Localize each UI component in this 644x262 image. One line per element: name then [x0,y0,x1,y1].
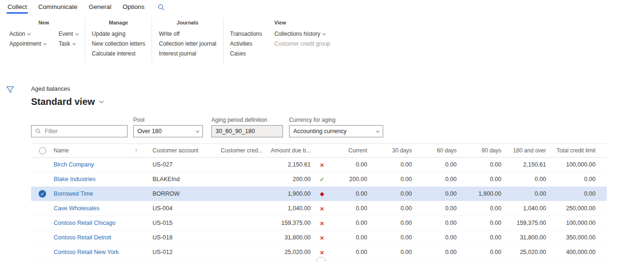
column-header-current[interactable]: Current [331,147,369,154]
cell-customer-account: US-012 [153,249,221,255]
filter-funnel-icon[interactable] [6,86,14,94]
action-pane: New Action Appointment Event Task [0,14,644,63]
customer-name-link[interactable]: Birch Company [54,161,94,168]
event-dropdown-button[interactable]: Event [58,31,78,37]
cell-180-and-over: 2,150.61 [503,161,548,168]
group-title-new: New [9,20,78,25]
cell-amount-due: 2,150.61 [266,161,313,168]
customer-name-link[interactable]: Cave Wholesales [54,205,99,212]
customer-name-link[interactable]: Contoso Retail New York [54,249,119,255]
cell-total-credit-limit: 0.00 [548,191,597,197]
table-row[interactable]: Blake Industries BLAKEInd 200.00 ✓ 200.0… [31,172,607,187]
chevron-down-icon [27,32,31,35]
cell-amount-due: 200.00 [266,176,313,183]
column-header-30-days[interactable]: 30 days [369,147,414,154]
cell-amount-due: 31,800.00 [266,234,313,241]
cases-button[interactable]: Cases [230,51,262,57]
aging-period-input[interactable]: 30_60_90_180 [211,125,283,137]
column-header-name[interactable]: Name ↑ [54,147,153,154]
action-pane-tabs: Collect Communicate General Options [0,0,644,14]
pool-combobox[interactable]: Over 180 [133,125,203,137]
cell-total-credit-limit: 350,000.00 [548,234,597,241]
cell-customer-account: US-027 [153,161,221,168]
pool-value: Over 180 [137,128,161,135]
tab-collect[interactable]: Collect [2,0,32,14]
task-dropdown-button[interactable]: Task [58,41,78,47]
grid-header: Name ↑ Customer account Customer cred...… [31,143,607,158]
action-dropdown-button[interactable]: Action [9,31,46,37]
interest-journal-button[interactable]: Interest journal [159,51,216,57]
cell-amount-due: 1,900.00 [266,191,313,197]
select-all-checkbox[interactable] [39,147,46,154]
cell-60-days: 0.00 [414,234,459,241]
view-title-label: Standard view [31,96,95,107]
cell-current: 200.00 [331,176,369,183]
column-header-60-days[interactable]: 60 days [414,147,459,154]
cell-90-days: 0.00 [459,161,503,168]
tab-options[interactable]: Options [117,0,151,14]
cell-current: 0.00 [331,234,369,241]
cell-90-days: 0.00 [459,234,503,241]
column-header-90-days[interactable]: 90 days [459,147,503,154]
cell-60-days: 0.00 [414,220,459,226]
customer-name-link[interactable]: Contoso Retail Detroit [54,234,111,241]
chevron-down-icon [322,32,326,35]
row-selected-checkbox[interactable] [39,190,46,198]
column-header-customer-credit[interactable]: Customer cred... [221,147,266,154]
status-x-icon: × [320,234,324,241]
currency-value: Accounting currency [293,128,346,135]
customer-name-link[interactable]: Borrowed Time [54,191,93,197]
table-row[interactable]: Borrowed Time BORROW 1,900.00 ◆ 0.00 0.0… [31,187,607,201]
filter-input[interactable] [44,127,123,135]
cell-total-credit-limit: 100,000.00 [548,220,597,226]
page-body: Aged balances Standard view Pool Over 18… [0,80,644,260]
write-off-button[interactable]: Write off [159,31,216,37]
ribbon-group-journals: Journals Write off Collection letter jou… [152,18,223,63]
cell-90-days: 0.00 [459,205,503,212]
table-row[interactable]: Birch Company US-027 2,150.61 × 0.00 0.0… [31,158,607,172]
cell-total-credit-limit: 250,000.00 [548,205,597,212]
cell-current: 0.00 [331,191,369,197]
update-aging-button[interactable]: Update aging [92,31,145,37]
column-header-total-credit-limit[interactable]: Total credit limit [548,147,597,154]
calculate-interest-button[interactable]: Calculate interest [92,51,145,57]
activities-button[interactable]: Activities [230,41,262,47]
tab-communicate[interactable]: Communicate [32,0,83,14]
column-header-amount-due[interactable]: Amount due b... [266,147,313,154]
currency-combobox[interactable]: Accounting currency [289,125,383,137]
column-header-180-and-over[interactable]: 180 and over [503,147,548,154]
search-icon [158,4,165,11]
cell-60-days: 0.00 [414,205,459,212]
cell-30-days: 0.00 [369,205,414,212]
cell-total-credit-limit: 100,000.00 [548,161,597,168]
cell-current: 0.00 [331,249,369,255]
column-header-customer-account[interactable]: Customer account [153,147,221,154]
status-diamond-icon: ◆ [320,191,324,197]
collections-history-label: Collections history [274,31,320,37]
tab-general[interactable]: General [83,0,117,14]
search-button[interactable] [158,4,165,11]
table-row[interactable]: Contoso Retail Detroit US-018 31,800.00 … [31,230,607,245]
collection-letter-journal-button[interactable]: Collection letter journal [159,41,216,47]
pool-label: Pool [133,117,203,123]
page-caption: Aged balances [31,86,644,92]
customer-name-link[interactable]: Blake Industries [54,176,96,183]
new-collection-letters-button[interactable]: New collection letters [92,41,145,47]
cell-90-days: 1,900.00 [459,191,503,197]
cell-customer-account: US-004 [153,205,221,212]
table-row[interactable]: Cave Wholesales US-004 1,040.00 × 0.00 0… [31,201,607,216]
cell-current: 0.00 [331,220,369,226]
cell-30-days: 0.00 [369,220,414,226]
cell-30-days: 0.00 [369,161,414,168]
main-panel: Aged balances Standard view Pool Over 18… [20,80,644,260]
view-selector[interactable]: Standard view [31,96,644,107]
customer-name-link[interactable]: Contoso Retail Chicago [54,220,115,226]
currency-label: Currency for aging [289,117,383,123]
appointment-dropdown-button[interactable]: Appointment [9,41,46,47]
transactions-button[interactable]: Transactions [230,31,262,37]
customer-credit-group-button[interactable]: Customer credit group [274,41,330,47]
status-x-icon: × [320,205,324,212]
collections-history-dropdown-button[interactable]: Collections history [274,31,330,37]
table-row[interactable]: Contoso Retail Chicago US-015 159,375.00… [31,216,607,230]
quick-filter [31,125,128,137]
